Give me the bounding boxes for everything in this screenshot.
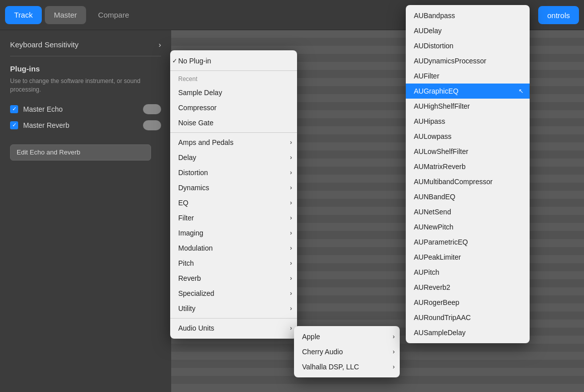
filter-item[interactable]: Filter › [170, 210, 297, 225]
pitch-item[interactable]: Pitch › [170, 256, 297, 271]
ausampledelay-item[interactable]: AUSampleDelay [406, 325, 530, 340]
keyboard-sensitivity-label: Keyboard Sensitivity [10, 40, 79, 49]
menu-sep-2 [170, 132, 297, 133]
augraphiceq-item[interactable]: AUGraphicEQ ↖ [406, 84, 530, 99]
auhighshelffilter-item[interactable]: AUHighShelfFilter [406, 99, 530, 114]
aumultibandcompressor-item[interactable]: AUMultibandCompressor [406, 174, 530, 189]
audistortion-item[interactable]: AUDistortion [406, 38, 530, 53]
delay-item[interactable]: Delay › [170, 150, 297, 165]
specialized-item[interactable]: Specialized › [170, 286, 297, 301]
aubandpass-item[interactable]: AUBandpass [406, 8, 530, 23]
imaging-item[interactable]: Imaging › [170, 225, 297, 241]
sample-delay-item[interactable]: Sample Delay [170, 85, 297, 100]
menu-sep-1 [170, 70, 297, 71]
master-echo-label: Master Echo [23, 105, 138, 113]
master-echo-checkbox[interactable]: ✓ [10, 105, 18, 113]
master-echo-row: ✓ Master Echo [10, 104, 161, 114]
plugins-section: Plug-ins Use to change the software inst… [10, 64, 161, 94]
modulation-item[interactable]: Modulation › [170, 241, 297, 256]
panel-content: Keyboard Sensitivity › Plug-ins Use to c… [0, 30, 171, 171]
aunetsend-item[interactable]: AUNetSend [406, 204, 530, 219]
master-echo-toggle[interactable] [143, 104, 161, 114]
aunbandeq-item[interactable]: AUNBandEQ [406, 189, 530, 204]
amps-pedals-item[interactable]: Amps and Pedals › [170, 135, 297, 150]
master-reverb-label: Master Reverb [23, 121, 138, 129]
audio-units-submenu: Apple › Cherry Audio › Valhalla DSP, LLC… [294, 326, 400, 377]
aunewpitch-item[interactable]: AUNewPitch [406, 219, 530, 234]
keyboard-sensitivity-row[interactable]: Keyboard Sensitivity › [10, 40, 161, 56]
aupeaklimiter-item[interactable]: AUPeakLimiter [406, 250, 530, 265]
aulowshelffilter-item[interactable]: AULowShelfFilter [406, 144, 530, 159]
audio-units-item[interactable]: Audio Units › [170, 321, 297, 336]
noise-gate-item[interactable]: Noise Gate [170, 115, 297, 130]
plugin-menu: No Plug-in Recent Sample Delay Compresso… [170, 50, 297, 339]
auhipass-item[interactable]: AUHipass [406, 114, 530, 129]
audelay-item[interactable]: AUDelay [406, 23, 530, 38]
master-reverb-row: ✓ Master Reverb [10, 120, 161, 130]
chevron-right-icon: › [159, 40, 161, 49]
apple-item[interactable]: Apple › [294, 329, 400, 344]
master-tab[interactable]: Master [45, 6, 86, 24]
reverb-item[interactable]: Reverb › [170, 271, 297, 286]
distortion-item[interactable]: Distortion › [170, 165, 297, 180]
au-plugins-list: AUBandpass AUDelay AUDistortion AUDynami… [406, 5, 530, 343]
aupitch-item[interactable]: AUPitch [406, 265, 530, 280]
track-tab[interactable]: Track [5, 6, 42, 24]
controls-button[interactable]: ontrols [538, 6, 579, 24]
plugins-heading: Plug-ins [10, 64, 161, 73]
compare-tab[interactable]: Compare [89, 6, 138, 24]
recent-label: Recent [170, 73, 297, 85]
aufilter-item[interactable]: AUFilter [406, 68, 530, 84]
compressor-item[interactable]: Compressor [170, 100, 297, 115]
cherry-audio-item[interactable]: Cherry Audio › [294, 344, 400, 359]
aumatrixreverb-item[interactable]: AUMatrixReverb [406, 159, 530, 174]
master-reverb-checkbox[interactable]: ✓ [10, 121, 18, 129]
aurogerbeep-item[interactable]: AURogerBeep [406, 295, 530, 310]
auroundtripaac-item[interactable]: AURoundTripAAC [406, 310, 530, 325]
aulowpass-item[interactable]: AULowpass [406, 129, 530, 144]
menu-sep-3 [170, 318, 297, 319]
auparametriceq-item[interactable]: AUParametricEQ [406, 234, 530, 250]
edit-echo-reverb-button[interactable]: Edit Echo and Reverb [10, 144, 151, 161]
eq-item[interactable]: EQ › [170, 195, 297, 210]
utility-item[interactable]: Utility › [170, 301, 297, 316]
aureverb2-item[interactable]: AUReverb2 [406, 280, 530, 295]
audynamicsprocessor-item[interactable]: AUDynamicsProcessor [406, 53, 530, 68]
dynamics-item[interactable]: Dynamics › [170, 180, 297, 195]
plugins-description: Use to change the software instrument, o… [10, 77, 161, 94]
master-reverb-toggle[interactable] [143, 120, 161, 130]
no-plugin-item[interactable]: No Plug-in [170, 53, 297, 68]
valhalla-dsp-item[interactable]: Valhalla DSP, LLC › [294, 359, 400, 374]
